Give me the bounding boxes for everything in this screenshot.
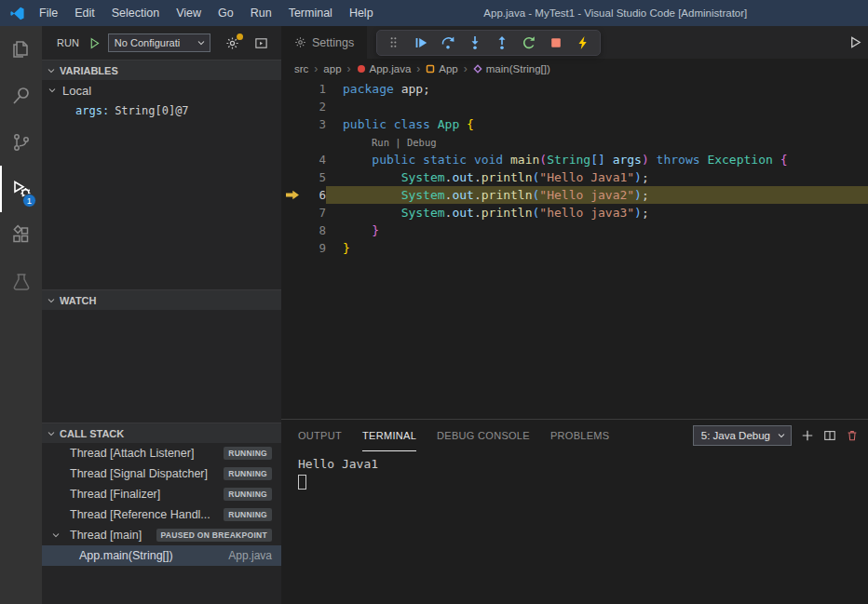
- drag-handle-icon[interactable]: [387, 35, 401, 50]
- menu-run[interactable]: Run: [242, 0, 280, 26]
- callstack-thread-row[interactable]: Thread [Reference Handl...RUNNING: [42, 504, 281, 525]
- code-token: {: [467, 117, 474, 131]
- variable-row[interactable]: args:String[0]@7: [42, 101, 281, 121]
- terminal[interactable]: Hello Java1: [281, 451, 868, 490]
- thread-status-badge: PAUSED ON BREAKPOINT: [156, 529, 272, 542]
- code-token: "Hello Java1": [539, 170, 634, 184]
- menu-selection[interactable]: Selection: [103, 0, 168, 26]
- line-number: 5: [305, 168, 326, 186]
- callstack-thread-row[interactable]: Thread [Signal Dispatcher]RUNNING: [42, 463, 281, 484]
- split-terminal-icon[interactable]: [823, 429, 836, 442]
- breadcrumb-label: App: [439, 63, 457, 74]
- thread-name: Thread [Reference Handl...: [70, 508, 210, 521]
- gutter-glyph-margin: [281, 133, 305, 151]
- code-token: App: [438, 117, 467, 131]
- code-token: [343, 188, 401, 202]
- codelens-run-debug[interactable]: Run | Debug: [372, 137, 437, 148]
- code-line: 9}: [281, 239, 868, 257]
- title-bar: FileEditSelectionViewGoRunTerminalHelp A…: [0, 0, 868, 26]
- breadcrumb-src[interactable]: src: [294, 63, 308, 74]
- restart-icon[interactable]: [522, 35, 536, 50]
- call-stack-section-header[interactable]: CALL STACK: [42, 423, 281, 443]
- chevron-down-icon: [196, 37, 207, 48]
- kill-terminal-icon[interactable]: [846, 429, 859, 442]
- step-into-icon[interactable]: [468, 35, 482, 50]
- editor-area: Settings: [281, 26, 868, 419]
- code-token: public static void: [372, 153, 510, 167]
- watch-section-header[interactable]: WATCH: [42, 289, 281, 310]
- code-token: ): [642, 153, 649, 167]
- debug-toolbar-sidebar: RUN No Configurati: [42, 26, 281, 60]
- code-editor[interactable]: 1package app;23public class App {Run | D…: [281, 80, 868, 257]
- debug-gear-icon[interactable]: [225, 36, 239, 50]
- panel-tab-problems[interactable]: PROBLEMS: [550, 420, 610, 451]
- scope-label: Local: [62, 84, 91, 98]
- menu-edit[interactable]: Edit: [66, 0, 103, 26]
- code-token: []: [590, 153, 605, 167]
- step-over-icon[interactable]: [441, 35, 455, 50]
- hot-code-replace-icon[interactable]: [576, 35, 590, 50]
- panel-tab-debug-console[interactable]: DEBUG CONSOLE: [437, 420, 530, 451]
- new-terminal-icon[interactable]: [801, 429, 814, 442]
- tab-settings[interactable]: Settings: [281, 26, 367, 59]
- activity-source-control-icon[interactable]: [0, 119, 42, 166]
- breadcrumb-app[interactable]: app: [323, 63, 341, 74]
- panel-tab-terminal[interactable]: TERMINAL: [362, 420, 416, 451]
- debug-config-select[interactable]: No Configurati: [108, 34, 210, 52]
- menu-terminal[interactable]: Terminal: [280, 0, 341, 26]
- start-debugging-icon[interactable]: [88, 37, 101, 49]
- code-line: 6 System.out.println("Hello java2");: [281, 186, 868, 204]
- run-java-button-icon[interactable]: [848, 35, 862, 49]
- thread-status-badge: RUNNING: [224, 488, 272, 501]
- scope-local-row[interactable]: Local: [42, 80, 281, 101]
- vscode-window: FileEditSelectionViewGoRunTerminalHelp A…: [0, 0, 868, 604]
- open-debug-console-icon[interactable]: [254, 36, 268, 50]
- activity-extensions-icon[interactable]: [0, 212, 42, 259]
- step-out-icon[interactable]: [495, 35, 509, 50]
- variables-header-label: VARIABLES: [60, 65, 118, 76]
- activity-run-debug-icon[interactable]: 1: [0, 166, 42, 212]
- floating-debug-toolbar: [376, 30, 601, 56]
- menu-view[interactable]: View: [168, 0, 210, 26]
- code-token: ): [634, 188, 642, 202]
- breadcrumb-app-java[interactable]: App.java: [357, 63, 412, 74]
- menu-file[interactable]: File: [31, 0, 66, 26]
- code-token: [343, 223, 372, 237]
- chevron-down-icon: [776, 430, 787, 441]
- panel-tab-output[interactable]: OUTPUT: [298, 420, 342, 451]
- menu-go[interactable]: Go: [210, 0, 242, 26]
- activity-testing-icon[interactable]: [0, 259, 42, 305]
- code-token: out: [452, 188, 473, 202]
- panel-tabs: OUTPUTTERMINALDEBUG CONSOLEPROBLEMS: [298, 420, 630, 451]
- callstack-thread-row[interactable]: Thread [main]PAUSED ON BREAKPOINT: [42, 525, 281, 545]
- debug-count-badge: 1: [22, 194, 36, 208]
- code-token: args: [613, 153, 642, 167]
- line-content: Run | Debug: [326, 133, 868, 151]
- thread-name: Thread [Signal Dispatcher]: [70, 467, 208, 480]
- stop-icon[interactable]: [549, 35, 563, 50]
- breadcrumb-app[interactable]: App: [426, 63, 457, 74]
- code-line: 7 System.out.println("hello java3");: [281, 204, 868, 221]
- call-stack-section: CALL STACK Thread [Attach Listener]RUNNI…: [42, 423, 281, 566]
- menu-help[interactable]: Help: [341, 0, 382, 26]
- call-stack-header-label: CALL STACK: [60, 428, 124, 439]
- line-content: package app;: [326, 80, 868, 98]
- continue-button-icon[interactable]: [414, 35, 428, 50]
- activity-explorer-icon[interactable]: [0, 26, 42, 73]
- line-number: 9: [305, 239, 326, 257]
- callstack-thread-row[interactable]: Thread [Attach Listener]RUNNING: [42, 443, 281, 463]
- breadcrumb-main-string-[interactable]: main(String[]): [473, 63, 550, 74]
- menu-bar: FileEditSelectionViewGoRunTerminalHelp: [31, 0, 382, 26]
- callstack-thread-row[interactable]: Thread [Finalizer]RUNNING: [42, 484, 281, 504]
- variables-section-header[interactable]: VARIABLES: [42, 60, 281, 80]
- gutter-glyph-margin: [281, 80, 305, 98]
- activity-search-icon[interactable]: [0, 73, 42, 119]
- chevron-down-icon: [46, 428, 57, 439]
- code-token: System: [401, 170, 445, 184]
- chevron-down-icon: [46, 65, 57, 76]
- terminal-select[interactable]: 5: Java Debug: [693, 425, 792, 446]
- stack-frame-row-selected[interactable]: App.main(String[]) App.java: [42, 545, 281, 566]
- code-token: ;: [642, 188, 649, 202]
- gear-warning-badge: [237, 34, 243, 40]
- codelens-row: Run | Debug: [281, 133, 868, 151]
